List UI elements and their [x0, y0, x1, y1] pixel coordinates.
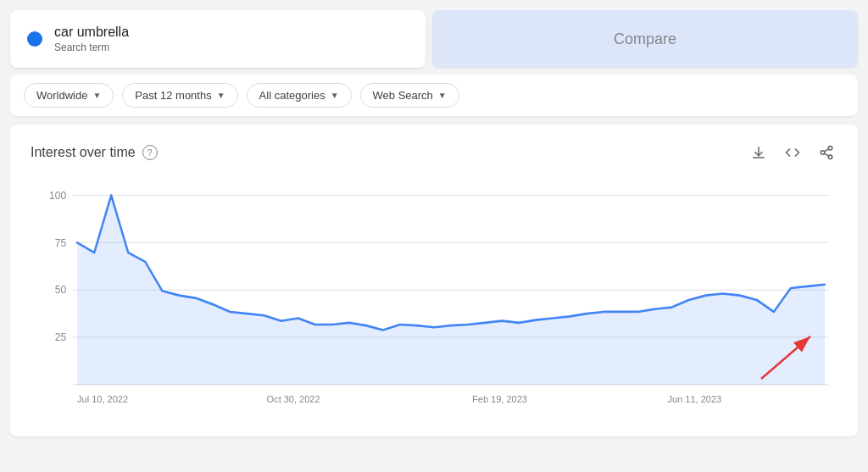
- chart-container: 100 75 50 25 Jul 10, 2022 Oct 30, 2022 F…: [31, 177, 837, 423]
- search-term-card: car umbrella Search term: [10, 10, 426, 68]
- chart-actions: [748, 142, 837, 164]
- filter-searchtype-label: Web Search: [373, 89, 433, 102]
- svg-point-1: [821, 151, 825, 155]
- filter-region-label: Worldwide: [36, 89, 87, 102]
- svg-text:Feb 19, 2023: Feb 19, 2023: [472, 394, 527, 404]
- download-button[interactable]: [748, 142, 770, 164]
- chevron-down-icon: ▼: [217, 91, 225, 100]
- filter-timerange-label: Past 12 months: [135, 89, 211, 102]
- filter-category[interactable]: All categories ▼: [247, 83, 352, 108]
- svg-text:50: 50: [55, 284, 66, 296]
- chart-title: Interest over time: [31, 145, 136, 160]
- filter-region[interactable]: Worldwide ▼: [24, 83, 114, 108]
- svg-text:Oct 30, 2022: Oct 30, 2022: [267, 394, 320, 404]
- svg-point-2: [828, 155, 832, 159]
- svg-line-4: [824, 149, 828, 152]
- embed-button[interactable]: [782, 142, 804, 164]
- filter-timerange[interactable]: Past 12 months ▼: [122, 83, 237, 108]
- chevron-down-icon: ▼: [92, 91, 101, 100]
- chart-header: Interest over time ?: [31, 142, 837, 164]
- filter-category-label: All categories: [259, 89, 326, 102]
- interest-chart: 100 75 50 25 Jul 10, 2022 Oct 30, 2022 F…: [31, 177, 837, 423]
- svg-line-3: [824, 153, 828, 156]
- search-term-label: Search term: [54, 42, 129, 53]
- svg-text:75: 75: [55, 236, 66, 248]
- svg-point-0: [828, 147, 832, 151]
- search-term-dot: [27, 31, 42, 47]
- filter-searchtype[interactable]: Web Search ▼: [360, 83, 459, 108]
- search-term-text: car umbrella Search term: [54, 25, 129, 53]
- chevron-down-icon: ▼: [331, 91, 339, 100]
- chart-section: Interest over time ?: [10, 125, 858, 436]
- svg-text:25: 25: [55, 331, 66, 343]
- filter-bar: Worldwide ▼ Past 12 months ▼ All categor…: [10, 75, 858, 116]
- share-button[interactable]: [815, 142, 837, 164]
- compare-label: Compare: [614, 31, 676, 48]
- help-icon[interactable]: ?: [142, 145, 158, 160]
- svg-text:Jun 11, 2023: Jun 11, 2023: [668, 394, 722, 404]
- svg-text:Jul 10, 2022: Jul 10, 2022: [77, 394, 128, 404]
- compare-card[interactable]: Compare: [432, 10, 858, 68]
- chevron-down-icon: ▼: [438, 91, 447, 100]
- top-section: car umbrella Search term Compare: [0, 0, 868, 75]
- search-term-name: car umbrella: [54, 25, 129, 40]
- svg-text:100: 100: [49, 189, 66, 201]
- chart-title-group: Interest over time ?: [31, 145, 158, 160]
